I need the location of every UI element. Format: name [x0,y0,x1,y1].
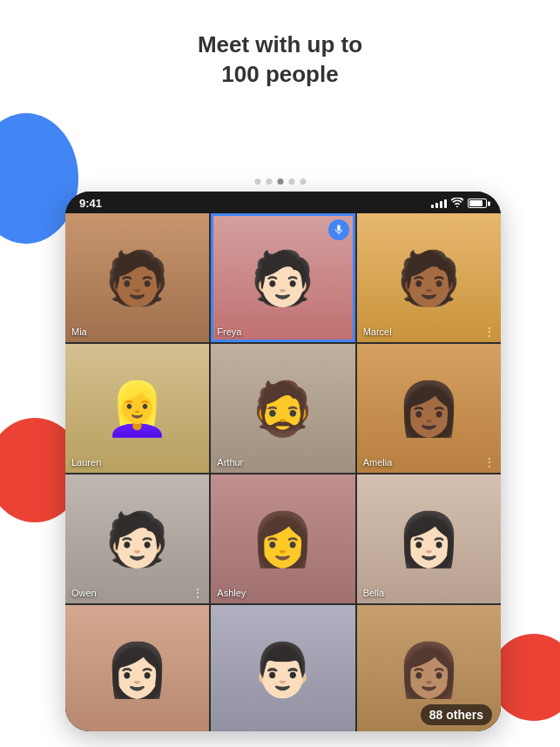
video-cell-mia[interactable]: 🧑🏾 Mia [65,213,209,342]
speaking-indicator [328,219,349,240]
dot-5[interactable] [300,178,306,185]
participant-name-bella: Bella [363,588,384,598]
wifi-icon [451,198,463,209]
participant-name-marcel: Marcel [363,326,392,337]
participant-name-amelia: Amelia [363,457,393,468]
header-area: Meet with up to100 people [0,30,560,90]
tablet-frame: 9:41 🧑🏾 Mia 🧑🏻 [65,192,501,731]
decorative-red-shape-right [490,634,560,721]
dot-3-active[interactable] [277,178,283,185]
more-options-icon[interactable]: ⋮ [483,325,496,339]
video-cell-owen[interactable]: 🧑🏻 Owen ⋮ [65,474,209,603]
page-indicator [254,178,306,185]
participant-name-freya: Freya [217,326,241,337]
video-cell-bottom2[interactable]: 👨🏻 [211,605,354,731]
video-cell-bottom3[interactable]: 👩🏽 88 others [357,605,501,731]
participant-name-mia: Mia [71,326,87,337]
dot-2[interactable] [266,178,272,185]
video-cell-arthur[interactable]: 🧔 Arthur [211,344,354,473]
participant-name-arthur: Arthur [217,457,243,468]
video-cell-lauren[interactable]: 👱‍♀️ Lauren [65,344,209,473]
dot-1[interactable] [254,178,260,185]
status-bar: 9:41 [65,192,501,213]
participant-name-lauren: Lauren [71,457,101,468]
status-time: 9:41 [79,197,102,210]
status-icons [431,198,487,209]
video-cell-ashley[interactable]: 👩 Ashley [211,474,354,603]
page-title: Meet with up to100 people [0,30,560,90]
more-options-icon-amelia[interactable]: ⋮ [483,455,496,469]
video-cell-marcel[interactable]: 🧑🏾 Marcel ⋮ [357,213,501,342]
others-count-badge: 88 others [421,704,492,725]
participant-name-owen: Owen [71,588,97,598]
battery-icon [468,199,487,208]
video-cell-bella[interactable]: 👩🏻 Bella [357,474,501,603]
video-cell-bottom1[interactable]: 👩🏻 [65,605,209,731]
video-cell-amelia[interactable]: 👩🏾 Amelia ⋮ [357,344,501,473]
participant-name-ashley: Ashley [217,588,246,598]
more-options-icon-owen[interactable]: ⋮ [192,586,204,600]
signal-icon [431,199,447,208]
video-cell-freya[interactable]: 🧑🏻 Freya [211,213,354,342]
video-grid: 🧑🏾 Mia 🧑🏻 Freya 🧑🏾 Marcel ⋮ 👱‍♀️ Lauren … [65,213,501,731]
dot-4[interactable] [288,178,294,185]
